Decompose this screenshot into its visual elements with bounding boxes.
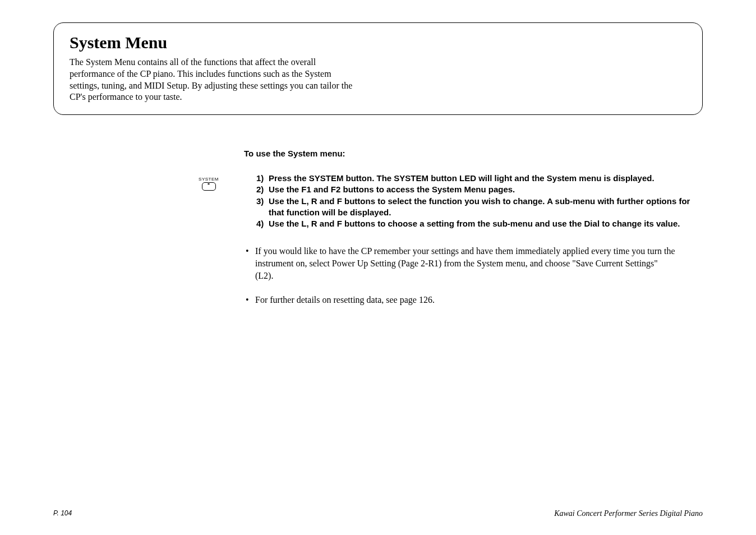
header-box: System Menu The System Menu contains all… [53,22,703,115]
step-text: Use the L, R and F buttons to choose a s… [269,218,703,229]
bullet-marker-icon: • [244,245,255,282]
left-column: SYSTEM [53,149,244,319]
step-number: 1) [256,173,269,184]
right-column: To use the System menu: 1) Press the SYS… [244,149,703,319]
step-text: Use the L, R and F buttons to select the… [269,196,703,219]
step-item: 3) Use the L, R and F buttons to select … [256,196,703,219]
bullet-item: • If you would like to have the CP remem… [244,245,703,282]
bullet-marker-icon: • [244,294,255,306]
content-area: SYSTEM To use the System menu: 1) Press … [53,149,703,319]
button-shape-icon [202,182,216,191]
button-led-icon [208,183,210,185]
step-item: 4) Use the L, R and F buttons to choose … [256,218,703,229]
step-number: 4) [256,218,269,229]
button-label: SYSTEM [199,177,219,182]
bullet-item: • For further details on resetting data,… [244,294,703,306]
step-text: Press the SYSTEM button. The SYSTEM butt… [269,173,703,184]
step-item: 2) Use the F1 and F2 buttons to access t… [256,184,703,195]
section-heading: To use the System menu: [244,149,703,158]
step-number: 2) [256,184,269,195]
page-title: System Menu [70,33,686,52]
bullet-text: For further details on resetting data, s… [255,294,703,306]
step-number: 3) [256,196,269,219]
system-button-diagram: SYSTEM [199,177,219,319]
step-text: Use the F1 and F2 buttons to access the … [269,184,703,195]
page-footer: P. 104 Kawai Concert Performer Series Di… [53,509,703,518]
header-description: The System Menu contains all of the func… [70,57,356,103]
page-number: P. 104 [53,509,72,518]
bullet-list: • If you would like to have the CP remem… [244,245,703,306]
footer-product-name: Kawai Concert Performer Series Digital P… [554,509,703,518]
step-item: 1) Press the SYSTEM button. The SYSTEM b… [256,173,703,184]
bullet-text: If you would like to have the CP remembe… [255,245,703,282]
numbered-steps-list: 1) Press the SYSTEM button. The SYSTEM b… [256,173,703,229]
